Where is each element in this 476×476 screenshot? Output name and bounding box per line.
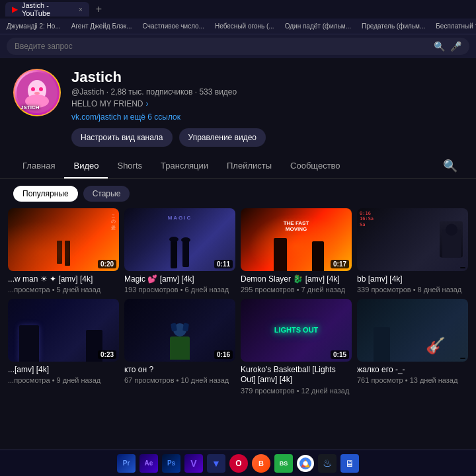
video-duration: 0:20: [98, 260, 116, 268]
bookmark-item[interactable]: Предатель (фильм...: [359, 21, 428, 31]
steam-icon[interactable]: ♨: [318, 454, 337, 473]
video-meta: ...просмотра • 9 дней назад: [8, 376, 119, 384]
video-meta: 761 просмотр • 13 дней назад: [357, 376, 468, 384]
bookmark-item[interactable]: Агент Джейд Блэк...: [69, 21, 135, 31]
video-card[interactable]: 🎸 жалко его -_- 761 просмотр • 13 дней н…: [357, 299, 468, 395]
tab-videos[interactable]: Видео: [64, 154, 108, 178]
tab-community[interactable]: Сообщество: [281, 154, 350, 178]
channel-buttons: Настроить вид канала Управление видео: [71, 128, 463, 147]
tab-playlists[interactable]: Плейлисты: [218, 154, 281, 178]
video-title: ...[amv] [4k]: [8, 365, 119, 376]
video-title: ...w man ☀ ✦ [amv] [4k]: [8, 274, 119, 285]
channel-name: Jastich: [71, 69, 463, 86]
video-duration: 0:15: [331, 350, 349, 359]
channel-link[interactable]: vk.com/jastich и ещё 6 ссылок: [71, 112, 463, 122]
filter-popular[interactable]: Популярные: [13, 186, 78, 202]
chrome-icon[interactable]: [297, 455, 314, 472]
video-card[interactable]: この愛 0:20 ...w man ☀ ✦ [amv] [4k] ...прос…: [8, 208, 119, 294]
bookmark-item[interactable]: Небесный огонь (...: [212, 21, 277, 31]
video-duration: [460, 358, 465, 359]
channel-description: HELLO MY FRIEND ›: [71, 99, 463, 108]
address-bar-row: 🔍 🎤: [0, 34, 476, 58]
avatar: JSTICH: [13, 69, 61, 116]
video-title: жалко его -_-: [357, 365, 468, 376]
bookmark-item[interactable]: Счастливое число...: [140, 21, 207, 31]
bookmark-item[interactable]: Джумандji 2: Но...: [4, 21, 63, 31]
video-card[interactable]: MAGIC 0:11 Magic 💕 [amv] [4k] 193 просмо…: [124, 208, 235, 294]
tab-home[interactable]: Главная: [13, 154, 64, 178]
video-title: кто он ?: [124, 365, 235, 376]
channel-info: Jastich @Jastich · 2,88 тыс. подписчиков…: [71, 69, 463, 147]
monitor-icon[interactable]: 🖥: [340, 454, 359, 473]
video-thumbnail: MAGIC 0:11: [124, 208, 235, 271]
tab-streams[interactable]: Трансляции: [151, 154, 218, 178]
video-thumbnail: この愛 0:20: [8, 208, 119, 271]
svg-text:JSTICH: JSTICH: [20, 104, 40, 110]
video-duration: 0:16: [214, 350, 233, 359]
active-tab[interactable]: ▶ Jastich - YouTube ×: [5, 2, 89, 17]
video-card[interactable]: 0:23 ...[amv] [4k] ...просмотра • 9 дней…: [8, 299, 119, 395]
after-effects-icon[interactable]: Ae: [139, 454, 158, 473]
video-duration: [460, 267, 465, 268]
video-meta: 67 просмотров • 10 дней назад: [124, 376, 235, 384]
brave-icon[interactable]: B: [252, 454, 270, 473]
vpn-icon[interactable]: ▼: [207, 454, 225, 473]
browser-chrome: ▶ Jastich - YouTube × + Джумандji 2: Но.…: [0, 0, 476, 58]
opera-gx-icon[interactable]: O: [229, 454, 248, 473]
manage-videos-button[interactable]: Управление видео: [179, 128, 266, 147]
bookmark-item[interactable]: Один падёт (фильм...: [282, 21, 354, 31]
vegas-icon[interactable]: V: [184, 454, 203, 473]
microphone-icon[interactable]: 🎤: [450, 41, 461, 52]
avatar-image: JSTICH: [15, 70, 60, 115]
video-title: Kuroko's Basketball [Lights Out] [amv] […: [241, 365, 352, 385]
taskbar: Pr Ae Ps V ▼ O B BS ♨ 🖥: [0, 450, 476, 476]
nav-tabs: Главная Видео Shorts Трансляции Плейлист…: [0, 153, 476, 179]
address-bar[interactable]: 🔍 🎤: [7, 38, 469, 55]
video-title: bb [amv] [4k]: [357, 274, 468, 285]
video-thumbnail: 0:16: [124, 299, 235, 362]
tab-bar: ▶ Jastich - YouTube × +: [0, 0, 476, 19]
video-title: Magic 💕 [amv] [4k]: [124, 274, 235, 285]
video-duration: 0:23: [98, 350, 116, 359]
video-thumbnail: THE FASTMOVING 0:17: [241, 208, 352, 271]
video-card[interactable]: THE FASTMOVING 0:17 Demon Slayer 🐉 [amv]…: [241, 208, 352, 294]
svg-point-5: [34, 92, 40, 95]
video-meta: 339 просмотров • 8 дней назад: [357, 286, 468, 294]
video-card[interactable]: 0:1616:SaSa bb [amv] [4k] 339 просмотров…: [357, 208, 468, 294]
search-icon[interactable]: 🔍: [434, 41, 445, 52]
video-meta: 379 просмотров • 12 дней назад: [241, 387, 352, 395]
svg-point-8: [303, 461, 308, 465]
channel-meta: @Jastich · 2,88 тыс. подписчиков · 533 в…: [71, 87, 463, 97]
channel-search-icon[interactable]: 🔍: [438, 153, 463, 178]
youtube-page: JSTICH Jastich @Jastich · 2,88 тыс. подп…: [0, 58, 476, 476]
video-meta: 193 просмотров • 6 дней назад: [124, 286, 235, 294]
video-thumbnail: 0:1616:SaSa: [357, 208, 468, 271]
video-thumbnail: 0:23: [8, 299, 119, 362]
search-input[interactable]: [15, 42, 428, 51]
customize-channel-button[interactable]: Настроить вид канала: [71, 128, 173, 147]
video-card[interactable]: 0:16 кто он ? 67 просмотров • 10 дней на…: [124, 299, 235, 395]
video-duration: 0:11: [214, 260, 233, 268]
tab-close-button[interactable]: ×: [79, 6, 83, 13]
video-grid: この愛 0:20 ...w man ☀ ✦ [amv] [4k] ...прос…: [0, 208, 476, 403]
premiere-pro-icon[interactable]: Pr: [117, 454, 136, 473]
bookmarks-bar: Джумандji 2: Но... Агент Джейд Блэк... С…: [0, 19, 476, 34]
photoshop-icon[interactable]: Ps: [162, 454, 180, 473]
bookmark-item[interactable]: Бесплатный торре...: [433, 21, 476, 31]
channel-header: JSTICH Jastich @Jastich · 2,88 тыс. подп…: [0, 58, 476, 147]
filter-pills: Популярные Старые: [0, 179, 476, 208]
tab-favicon: ▶: [12, 5, 18, 14]
bluestacks-icon[interactable]: BS: [274, 454, 293, 473]
new-tab-button[interactable]: +: [92, 3, 106, 15]
video-meta: 295 просмотров • 7 дней назад: [241, 286, 352, 294]
video-thumbnail: LIGHTS OUT 0:15: [241, 299, 352, 362]
filter-old[interactable]: Старые: [83, 186, 130, 202]
svg-point-4: [39, 87, 43, 91]
video-meta: ...просмотра • 5 дней назад: [8, 286, 119, 294]
tab-shorts[interactable]: Shorts: [108, 154, 151, 178]
svg-point-3: [31, 87, 35, 91]
video-duration: 0:17: [331, 260, 349, 268]
video-thumbnail: 🎸: [357, 299, 468, 362]
tab-label: Jastich - YouTube: [22, 1, 75, 17]
video-card[interactable]: LIGHTS OUT 0:15 Kuroko's Basketball [Lig…: [241, 299, 352, 395]
